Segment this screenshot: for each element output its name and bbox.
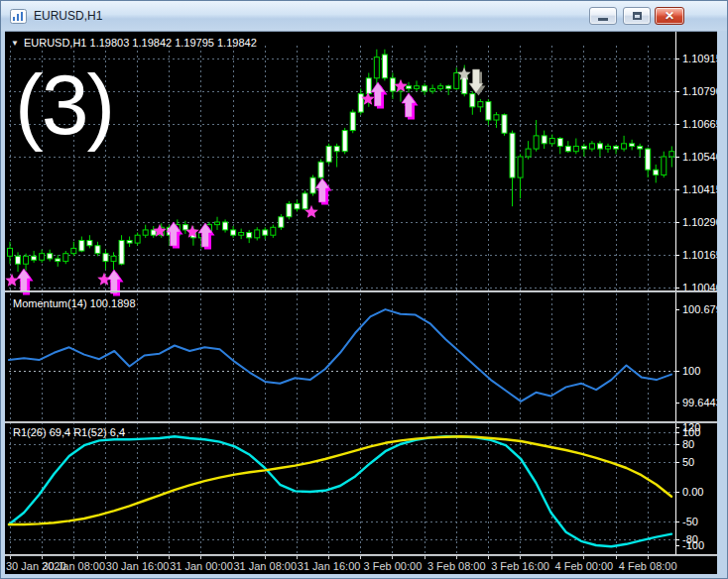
svg-text:31 Jan 08:00: 31 Jan 08:00	[233, 560, 297, 572]
restore-button[interactable]	[623, 7, 651, 25]
close-button[interactable]: ✕	[655, 7, 684, 25]
buy-signal-star-icon	[5, 274, 19, 287]
restore-icon	[633, 12, 642, 20]
svg-text:3 Feb 16:00: 3 Feb 16:00	[491, 560, 549, 572]
panel-splitter[interactable]	[5, 421, 717, 423]
chart-client-area: 1.109151.107901.106651.105401.104151.102…	[5, 31, 717, 574]
price-axis[interactable]: 1.109151.107901.106651.105401.104151.102…	[676, 32, 718, 556]
svg-text:1.10790: 1.10790	[682, 85, 717, 97]
svg-text:4 Feb 08:00: 4 Feb 08:00	[619, 560, 677, 572]
ohlc-text: EURUSD,H1 1.19803 1.19842 1.19795 1.1984…	[24, 37, 257, 49]
svg-text:31 Jan 16:00: 31 Jan 16:00	[298, 560, 361, 572]
svg-text:100: 100	[682, 365, 700, 377]
svg-text:3 Feb 08:00: 3 Feb 08:00	[427, 560, 486, 572]
chart-window: EURUSD,H1 ✕ 1.109151.107901.106651.10540…	[0, 0, 728, 579]
svg-text:4 Feb 00:00: 4 Feb 00:00	[555, 560, 614, 572]
oscillator-yellow-line	[9, 436, 671, 524]
close-icon: ✕	[665, 10, 674, 22]
panel-splitter[interactable]	[5, 290, 717, 292]
panel-splitter[interactable]	[5, 554, 717, 556]
svg-text:1.10540: 1.10540	[682, 151, 717, 163]
svg-text:-100: -100	[682, 539, 704, 551]
svg-text:1.10290: 1.10290	[682, 216, 717, 228]
svg-text:31 Jan 00:00: 31 Jan 00:00	[170, 560, 233, 572]
chart-window-icon	[10, 9, 27, 24]
svg-text:1.10915: 1.10915	[682, 53, 717, 64]
price-direction-icon: ▼	[11, 39, 19, 48]
time-axis[interactable]: 30 Jan 202030 Jan 08:0030 Jan 16:0031 Ja…	[6, 556, 677, 572]
ohlc-header: ▼ EURUSD,H1 1.19803 1.19842 1.19795 1.19…	[11, 37, 257, 49]
window-title: EURUSD,H1	[34, 9, 102, 23]
svg-text:30 Jan 16:00: 30 Jan 16:00	[106, 560, 170, 572]
momentum-line	[9, 309, 671, 402]
svg-text:50: 50	[682, 456, 694, 468]
title-bar[interactable]: EURUSD,H1	[1, 1, 727, 31]
svg-text:80: 80	[682, 438, 694, 450]
svg-text:0.00: 0.00	[682, 486, 703, 498]
svg-text:100.6796: 100.6796	[682, 303, 717, 315]
chart-annotation: (3)	[15, 61, 113, 147]
svg-text:99.6443: 99.6443	[682, 397, 717, 408]
svg-text:-50: -50	[682, 516, 698, 527]
momentum-panel-label: Momentum(14) 100.1898	[13, 297, 136, 309]
oscillator-panel-label: R1(26) 69,4 R1(52) 6,4	[13, 426, 125, 438]
svg-text:100: 100	[682, 426, 700, 438]
svg-text:1.10165: 1.10165	[682, 249, 717, 261]
minimize-icon	[598, 18, 608, 21]
svg-text:3 Feb 00:00: 3 Feb 00:00	[364, 560, 423, 572]
minimize-button[interactable]	[589, 7, 617, 25]
svg-text:30 Jan 08:00: 30 Jan 08:00	[43, 560, 106, 572]
svg-text:1.10665: 1.10665	[682, 118, 717, 130]
svg-text:1.10415: 1.10415	[682, 183, 717, 195]
